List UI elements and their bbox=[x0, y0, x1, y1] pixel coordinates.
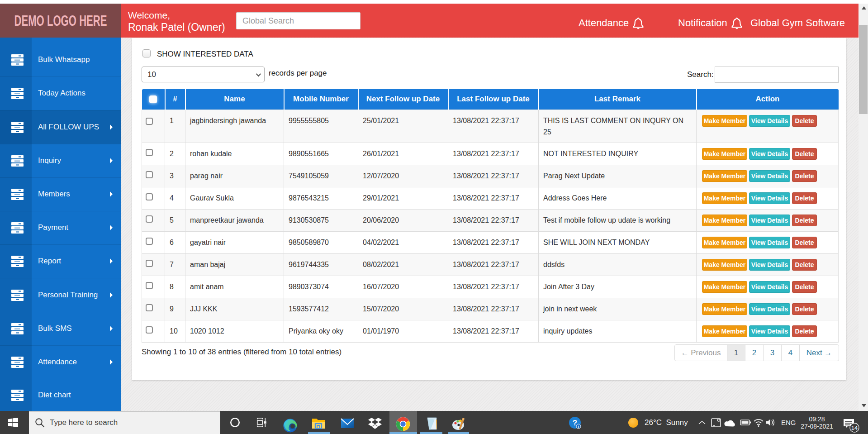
svg-text:i: i bbox=[578, 424, 579, 429]
svg-text:14: 14 bbox=[851, 424, 858, 431]
